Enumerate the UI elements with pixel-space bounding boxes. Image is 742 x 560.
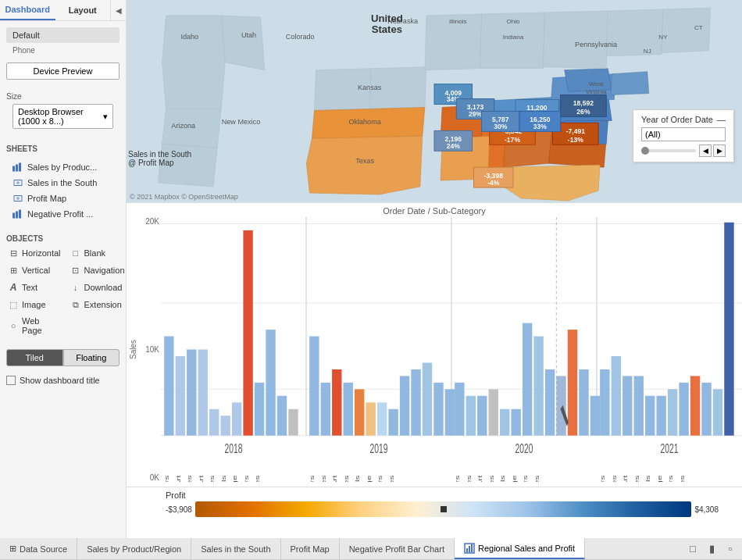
year-filter-minimize[interactable]: — [717, 115, 726, 124]
tab-profit-map[interactable]: Profit Map [281, 538, 340, 559]
chart-section: Order Date / Sub-Category Sales 20K 10K … [127, 203, 742, 487]
duplicate-sheet-button[interactable]: ▮ [703, 540, 720, 558]
obj-vertical-label: Vertical [22, 266, 50, 275]
svg-rect-183 [471, 544, 473, 552]
obj-download[interactable]: ↓ Download [69, 280, 127, 294]
svg-rect-182 [469, 546, 470, 552]
y-tick-0k: 0K [150, 473, 159, 482]
obj-text[interactable]: A Text [6, 280, 62, 294]
tab-regional-sales-profit[interactable]: Regional Sales and Profit [455, 538, 585, 559]
tab-action-icons: □ ▮ ▫ [681, 538, 742, 559]
svg-text:2019: 2019 [370, 441, 388, 455]
y-tick-20k: 20K [145, 217, 159, 226]
year-filter-input[interactable] [641, 127, 726, 141]
sidebar: Dashboard Layout ◀ Default Phone Device … [0, 0, 127, 538]
svg-rect-99 [209, 409, 219, 436]
objects-title: Objects [6, 234, 120, 243]
svg-rect-122 [477, 396, 487, 436]
show-dashboard-title-checkbox[interactable]: Show dashboard title [0, 373, 126, 391]
svg-text:Chairs: Chairs [600, 475, 606, 482]
svg-text:Virginia: Virginia [586, 88, 607, 95]
svg-text:Copiers: Copiers [523, 475, 529, 482]
svg-text:Labels: Labels [645, 475, 651, 482]
tiled-button[interactable]: Tiled [6, 349, 63, 366]
content-area: ▲ 📌 ▽ ▼ [127, 0, 742, 538]
bar-chart-icon [12, 162, 23, 173]
obj-blank[interactable]: □ Blank [69, 246, 127, 260]
svg-rect-119 [445, 389, 455, 435]
size-value: Desktop Browser (1000 x 8...) [18, 107, 103, 126]
svg-text:-17%: -17% [505, 136, 520, 144]
obj-webpage[interactable]: ○ Web Page [6, 315, 62, 337]
tab-sales-product-region[interactable]: Sales by Product/Region [77, 538, 191, 559]
svg-rect-100 [220, 416, 230, 435]
svg-rect-5 [12, 213, 15, 219]
svg-rect-136 [634, 376, 644, 435]
sheet-item-sales-south[interactable]: Sales in the South [6, 175, 120, 191]
phone-label: Phone [6, 45, 120, 56]
svg-text:Phones: Phones [254, 475, 260, 482]
svg-rect-117 [423, 362, 432, 435]
svg-rect-144 [724, 223, 733, 436]
map-icon-south [12, 177, 23, 188]
svg-rect-126 [523, 323, 532, 436]
svg-rect-131 [579, 369, 588, 436]
objects-grid: ⊟ Horizontal □ Blank ⊞ Vertical ⊡ Naviga… [6, 246, 120, 337]
tab-dashboard[interactable]: Dashboard [0, 0, 55, 20]
slider-prev-button[interactable]: ◀ [699, 144, 712, 157]
floating-button[interactable]: Floating [63, 349, 120, 366]
device-preview-button[interactable]: Device Preview [6, 62, 120, 80]
svg-text:Envelopes: Envelopes [209, 475, 216, 482]
obj-blank-label: Blank [84, 248, 106, 258]
svg-rect-130 [568, 330, 577, 436]
tab-sales-south[interactable]: Sales in the South [191, 538, 280, 559]
svg-text:Phones: Phones [679, 475, 685, 482]
tab-negative-profit[interactable]: Negative Profit Bar Chart [340, 538, 455, 559]
svg-rect-109 [332, 369, 341, 436]
svg-marker-24 [611, 72, 648, 95]
svg-text:Oklahoma: Oklahoma [348, 118, 381, 126]
slider-next-button[interactable]: ▶ [713, 144, 726, 157]
svg-rect-110 [344, 383, 353, 436]
svg-rect-97 [187, 350, 196, 436]
profit-title: Profit [127, 490, 742, 501]
obj-horizontal[interactable]: ⊟ Horizontal [6, 246, 62, 260]
obj-vertical[interactable]: ⊞ Vertical [6, 263, 62, 277]
svg-rect-113 [377, 402, 387, 435]
svg-text:Kansas: Kansas [358, 84, 382, 91]
svg-rect-139 [668, 389, 677, 435]
new-sheet-button[interactable]: □ [684, 540, 701, 558]
svg-rect-112 [366, 402, 375, 435]
size-dropdown[interactable]: Desktop Browser (1000 x 8...) ▾ [12, 104, 113, 129]
tab-more-button[interactable]: ▫ [722, 540, 739, 558]
obj-extension[interactable]: ⧉ Extension [69, 298, 127, 312]
layout-toggle: Tiled Floating [6, 349, 120, 366]
svg-rect-133 [600, 369, 609, 436]
tab-data-source[interactable]: ⊞ Data Source [0, 538, 77, 559]
svg-text:Envelopes: Envelopes [633, 475, 640, 482]
collapse-sidebar-button[interactable]: ◀ [110, 0, 126, 20]
year-slider-thumb[interactable] [641, 147, 649, 155]
obj-image[interactable]: ⬚ Image [6, 298, 62, 312]
bars-svg: 2018 2019 2020 2021 [161, 217, 742, 482]
svg-text:Storage: Storage [366, 475, 372, 482]
blank-icon: □ [70, 248, 81, 259]
obj-navigation[interactable]: ⊡ Navigation [69, 263, 127, 277]
svg-text:29%: 29% [469, 110, 483, 118]
svg-text:-4%: -4% [487, 179, 500, 187]
svg-rect-6 [16, 212, 18, 219]
sheet-item-profit-map[interactable]: Profit Map [6, 191, 120, 206]
sheet-item-negative-profit[interactable]: Negative Profit ... [6, 206, 120, 222]
svg-rect-128 [545, 369, 555, 436]
svg-text:Copiers: Copiers [668, 475, 674, 482]
svg-text:New Mexico: New Mexico [222, 118, 260, 126]
svg-rect-138 [656, 396, 665, 436]
svg-text:Ohio: Ohio [506, 18, 520, 25]
default-label[interactable]: Default [6, 27, 120, 43]
svg-text:Texas: Texas [355, 157, 374, 165]
tab-layout[interactable]: Layout [55, 1, 111, 20]
year-slider-track[interactable] [641, 149, 696, 152]
sheet-item-sales-product[interactable]: Sales by Produc... [6, 159, 120, 175]
svg-rect-142 [701, 383, 711, 436]
sheet-label-negative-profit: Negative Profit ... [27, 209, 93, 219]
